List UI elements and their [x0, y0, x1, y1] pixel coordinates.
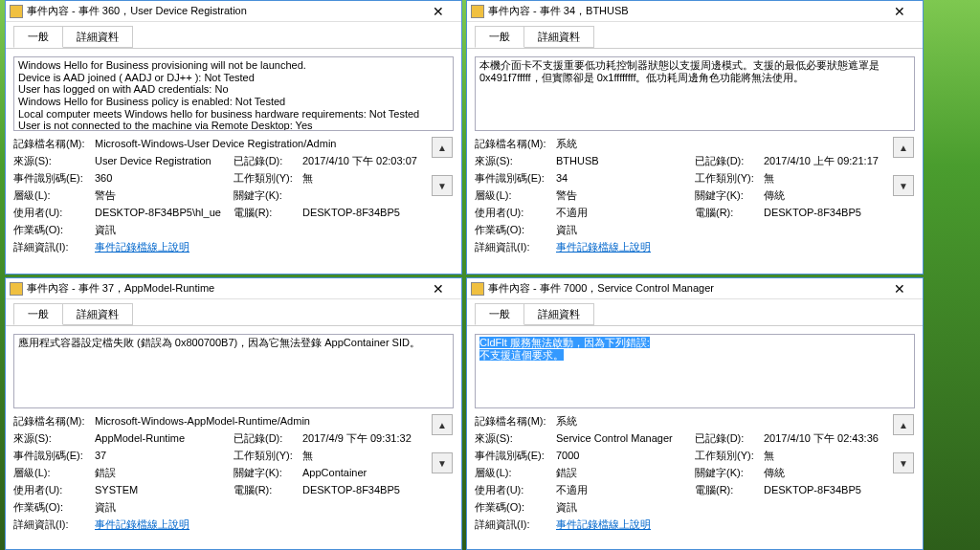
- val-user: 不適用: [556, 206, 695, 220]
- close-icon[interactable]: ✕: [419, 2, 457, 21]
- lbl-keywords: 關鍵字(K):: [234, 188, 302, 203]
- val-source: User Device Registration: [95, 155, 234, 166]
- lbl-keywords: 關鍵字(K):: [695, 188, 764, 203]
- content: Windows Hello for Business provisioning …: [6, 49, 461, 274]
- tab-general[interactable]: 一般: [13, 26, 63, 48]
- val-helplink: 事件記錄檔線上說明: [95, 240, 423, 254]
- content: 應用程式容器設定檔失敗 (錯誤為 0x800700B7)，因為它無法登錄 App…: [6, 326, 461, 549]
- lbl-eventid: 事件識別碼(E):: [13, 171, 95, 186]
- details-grid: 記錄檔名稱(M): Microsoft-Windows-User Device …: [13, 137, 423, 254]
- tab-detail[interactable]: 詳細資料: [523, 303, 594, 325]
- val-helplink: 事件記錄檔線上說明: [556, 517, 884, 532]
- lbl-eventid: 事件識別碼(E):: [475, 171, 556, 186]
- val-taskcat: 無: [302, 449, 423, 463]
- lbl-logged: 已記錄(D):: [234, 431, 302, 446]
- message-textarea[interactable]: 本機介面卡不支援重要低功耗控制器狀態以支援周邊模式。支援的最低必要狀態遮罩是 0…: [475, 56, 915, 131]
- val-eventid: 360: [95, 172, 234, 184]
- lbl-logged: 已記錄(D):: [695, 154, 764, 168]
- val-user: 不適用: [556, 483, 695, 497]
- app-icon: [10, 5, 23, 18]
- lbl-logged: 已記錄(D):: [695, 431, 764, 446]
- lbl-moreinfo: 詳細資訊(I):: [475, 240, 556, 254]
- help-link[interactable]: 事件記錄檔線上說明: [556, 518, 651, 530]
- app-icon: [471, 282, 484, 296]
- arrow-down-button[interactable]: ▼: [893, 452, 914, 473]
- val-keywords: 傳統: [764, 188, 884, 203]
- arrow-up-button[interactable]: ▲: [432, 414, 453, 435]
- val-logged: 2017/4/10 下午 02:03:07: [302, 154, 423, 168]
- arrow-up-button[interactable]: ▲: [432, 137, 453, 158]
- val-logname: Microsoft-Windows-User Device Registrati…: [95, 138, 423, 149]
- val-keywords: AppContainer: [302, 467, 423, 478]
- tab-detail[interactable]: 詳細資料: [62, 303, 133, 325]
- tab-general[interactable]: 一般: [13, 303, 63, 325]
- lbl-source: 來源(S):: [13, 431, 95, 446]
- event-window-3: 事件內容 - 事件 37，AppModel-Runtime ✕ 一般 詳細資料 …: [5, 277, 462, 550]
- val-opcode: 資訊: [95, 223, 423, 237]
- tab-detail[interactable]: 詳細資料: [523, 26, 594, 48]
- close-icon[interactable]: ✕: [880, 279, 919, 298]
- tab-general[interactable]: 一般: [475, 303, 524, 325]
- tab-detail[interactable]: 詳細資料: [62, 26, 133, 48]
- help-link[interactable]: 事件記錄檔線上說明: [95, 518, 189, 530]
- lbl-source: 來源(S):: [475, 154, 556, 168]
- titlebar[interactable]: 事件內容 - 事件 360，User Device Registration ✕: [6, 1, 461, 22]
- lbl-source: 來源(S):: [475, 431, 556, 446]
- lbl-keywords: 關鍵字(K):: [695, 466, 764, 480]
- val-eventid: 37: [95, 450, 234, 461]
- details-grid: 記錄檔名稱(M): 系統 來源(S): BTHUSB 已記錄(D): 2017/…: [475, 137, 884, 254]
- lbl-user: 使用者(U):: [13, 483, 95, 497]
- lbl-taskcat: 工作類別(Y):: [234, 171, 302, 186]
- lbl-computer: 電腦(R):: [695, 206, 764, 220]
- val-source: Service Control Manager: [556, 432, 695, 444]
- help-link[interactable]: 事件記錄檔線上說明: [95, 241, 189, 253]
- lbl-opcode: 作業碼(O):: [475, 500, 556, 515]
- titlebar[interactable]: 事件內容 - 事件 7000，Service Control Manager ✕: [467, 278, 923, 299]
- lbl-taskcat: 工作類別(Y):: [234, 449, 302, 463]
- lbl-eventid: 事件識別碼(E):: [475, 449, 556, 463]
- nav-arrows: ▲ ▼: [892, 414, 915, 532]
- lbl-level: 層級(L):: [13, 466, 95, 480]
- arrow-up-button[interactable]: ▲: [893, 414, 914, 435]
- message-textarea[interactable]: 應用程式容器設定檔失敗 (錯誤為 0x800700B7)，因為它無法登錄 App…: [13, 334, 454, 408]
- val-keywords: 傳統: [764, 466, 884, 480]
- close-icon[interactable]: ✕: [419, 279, 457, 298]
- val-opcode: 資訊: [556, 500, 884, 515]
- tabs: 一般 詳細資料: [6, 22, 461, 49]
- message-textarea[interactable]: Windows Hello for Business provisioning …: [13, 56, 454, 131]
- details: 記錄檔名稱(M): Microsoft-Windows-AppModel-Run…: [13, 414, 454, 532]
- nav-arrows: ▲ ▼: [431, 137, 454, 254]
- val-logname: 系統: [556, 414, 884, 429]
- arrow-up-button[interactable]: ▲: [893, 137, 914, 158]
- val-computer: DESKTOP-8F34BP5: [302, 207, 423, 218]
- val-logged: 2017/4/10 上午 09:21:17: [764, 154, 884, 168]
- val-level: 錯誤: [556, 466, 695, 480]
- lbl-eventid: 事件識別碼(E):: [13, 449, 95, 463]
- titlebar[interactable]: 事件內容 - 事件 37，AppModel-Runtime ✕: [6, 278, 461, 299]
- tab-general[interactable]: 一般: [475, 26, 524, 48]
- lbl-logname: 記錄檔名稱(M):: [475, 137, 556, 151]
- help-link[interactable]: 事件記錄檔線上說明: [556, 241, 651, 253]
- details-grid: 記錄檔名稱(M): 系統 來源(S): Service Control Mana…: [475, 414, 884, 532]
- val-user: DESKTOP-8F34BP5\hl_ue: [95, 207, 234, 218]
- event-window-2: 事件內容 - 事件 34，BTHUSB ✕ 一般 詳細資料 本機介面卡不支援重要…: [466, 0, 924, 275]
- arrow-down-button[interactable]: ▼: [432, 452, 453, 473]
- val-taskcat: 無: [302, 171, 423, 186]
- event-window-4: 事件內容 - 事件 7000，Service Control Manager ✕…: [466, 277, 924, 550]
- lbl-user: 使用者(U):: [13, 206, 95, 220]
- val-logged: 2017/4/9 下午 09:31:32: [302, 431, 423, 446]
- titlebar[interactable]: 事件內容 - 事件 34，BTHUSB ✕: [467, 1, 923, 22]
- lbl-keywords: 關鍵字(K):: [234, 466, 302, 480]
- msg-line1: CldFlt 服務無法啟動，因為下列錯誤:: [479, 337, 650, 348]
- arrow-down-button[interactable]: ▼: [432, 175, 453, 196]
- lbl-taskcat: 工作類別(Y):: [695, 171, 764, 186]
- window-title: 事件內容 - 事件 34，BTHUSB: [488, 4, 880, 18]
- arrow-down-button[interactable]: ▼: [893, 175, 914, 196]
- val-logname: Microsoft-Windows-AppModel-Runtime/Admin: [95, 415, 423, 427]
- details: 記錄檔名稱(M): 系統 來源(S): BTHUSB 已記錄(D): 2017/…: [475, 137, 915, 254]
- message-textarea[interactable]: CldFlt 服務無法啟動，因為下列錯誤: 不支援這個要求。: [475, 334, 915, 408]
- val-logged: 2017/4/10 下午 02:43:36: [764, 431, 884, 446]
- content: 本機介面卡不支援重要低功耗控制器狀態以支援周邊模式。支援的最低必要狀態遮罩是 0…: [467, 49, 923, 274]
- close-icon[interactable]: ✕: [880, 2, 919, 21]
- val-source: AppModel-Runtime: [95, 432, 234, 444]
